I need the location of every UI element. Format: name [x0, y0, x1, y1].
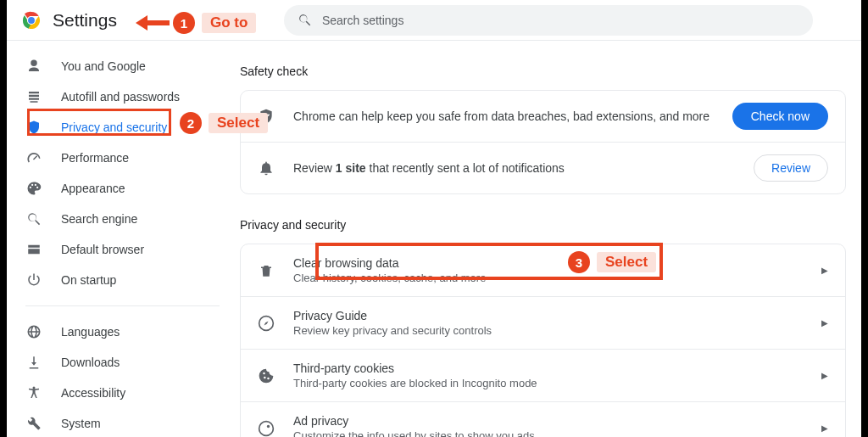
shield-icon	[25, 119, 42, 136]
search-icon	[25, 210, 42, 227]
svg-point-2	[28, 17, 35, 24]
sidebar-item-label: Downloads	[61, 356, 120, 369]
sidebar-item-privacy-security[interactable]: Privacy and security	[7, 112, 226, 143]
trash-icon	[258, 262, 275, 279]
sidebar-item-you-and-google[interactable]: You and Google	[7, 51, 226, 81]
speed-icon	[25, 149, 42, 166]
row-title: Clear browsing data	[293, 256, 810, 270]
person-icon	[25, 58, 42, 75]
sidebar-item-downloads[interactable]: Downloads	[7, 347, 226, 378]
compass-icon	[258, 315, 275, 332]
list-icon	[25, 88, 42, 105]
window-icon	[25, 241, 42, 258]
chrome-logo-icon	[22, 11, 41, 30]
palette-icon	[25, 180, 42, 197]
chevron-right-icon: ▶	[821, 266, 828, 275]
row-title: Ad privacy	[293, 414, 810, 428]
sidebar-item-label: Default browser	[61, 243, 144, 256]
search-icon	[298, 13, 312, 27]
sidebar-item-appearance[interactable]: Appearance	[7, 173, 226, 204]
search-placeholder: Search settings	[322, 14, 404, 27]
row-title: Privacy Guide	[293, 309, 810, 322]
sidebar-item-default-browser[interactable]: Default browser	[7, 234, 226, 265]
chevron-right-icon: ▶	[821, 318, 828, 328]
settings-window: Settings Search settings You and Google …	[7, 0, 861, 437]
ad-icon	[258, 420, 275, 437]
header: Settings Search settings	[7, 0, 861, 41]
row-subtitle: Third-party cookies are blocked in Incog…	[293, 377, 810, 389]
shield-check-icon	[258, 108, 275, 125]
row-subtitle: Clear history, cookies, cache, and more	[293, 272, 810, 284]
chevron-right-icon: ▶	[821, 423, 828, 433]
row-subtitle: Review key privacy and security controls	[293, 324, 810, 337]
sidebar-item-label: Languages	[61, 325, 120, 339]
sidebar-item-label: Privacy and security	[61, 120, 167, 134]
safety-row-text: Chrome can help keep you safe from data …	[293, 109, 732, 123]
row-title: Third-party cookies	[293, 361, 810, 375]
cookie-icon	[258, 367, 275, 384]
chevron-right-icon: ▶	[821, 371, 828, 380]
sidebar-item-accessibility[interactable]: Accessibility	[7, 378, 226, 408]
sidebar-item-on-startup[interactable]: On startup	[7, 265, 226, 295]
bell-icon	[258, 160, 275, 176]
section-title-safety: Safety check	[240, 64, 846, 78]
sidebar-item-system[interactable]: System	[7, 408, 226, 437]
svg-point-3	[267, 424, 270, 427]
sidebar-item-label: You and Google	[61, 59, 146, 73]
third-party-cookies-row[interactable]: Third-party cookies Third-party cookies …	[241, 349, 845, 401]
clear-browsing-data-row[interactable]: Clear browsing data Clear history, cooki…	[241, 244, 845, 296]
sidebar-item-label: Autofill and passwords	[61, 90, 180, 104]
review-row-text: Review 1 site that recently sent a lot o…	[293, 161, 754, 175]
privacy-card: Clear browsing data Clear history, cooki…	[240, 244, 846, 437]
search-input[interactable]: Search settings	[284, 5, 813, 36]
page-title: Settings	[53, 10, 117, 31]
check-now-button[interactable]: Check now	[732, 103, 828, 130]
main-content: Safety check Chrome can help keep you sa…	[240, 41, 861, 437]
ad-privacy-row[interactable]: Ad privacy Customize the info used by si…	[241, 401, 845, 437]
sidebar-item-label: On startup	[61, 273, 116, 287]
sidebar-item-label: Appearance	[61, 182, 125, 195]
sidebar-item-languages[interactable]: Languages	[7, 317, 226, 347]
safety-review-row: Review 1 site that recently sent a lot o…	[241, 142, 845, 193]
sidebar-item-autofill[interactable]: Autofill and passwords	[7, 81, 226, 112]
section-title-privacy: Privacy and security	[240, 218, 846, 232]
sidebar-item-performance[interactable]: Performance	[7, 143, 226, 173]
review-button[interactable]: Review	[754, 154, 828, 182]
safety-check-card: Chrome can help keep you safe from data …	[240, 90, 846, 194]
a11y-icon	[25, 384, 42, 401]
sidebar-item-search-engine[interactable]: Search engine	[7, 204, 226, 234]
power-icon	[25, 272, 42, 289]
sidebar-item-label: System	[61, 417, 101, 430]
download-icon	[25, 354, 42, 371]
safety-breach-row: Chrome can help keep you safe from data …	[241, 91, 845, 142]
sidebar: You and Google Autofill and passwords Pr…	[7, 41, 240, 437]
sidebar-divider	[25, 305, 220, 306]
privacy-guide-row[interactable]: Privacy Guide Review key privacy and sec…	[241, 296, 845, 349]
row-subtitle: Customize the info used by sites to show…	[293, 429, 810, 437]
sidebar-item-label: Accessibility	[61, 386, 125, 400]
sidebar-item-label: Search engine	[61, 212, 137, 226]
wrench-icon	[25, 415, 42, 432]
sidebar-item-label: Performance	[61, 151, 129, 165]
globe-icon	[25, 323, 42, 340]
